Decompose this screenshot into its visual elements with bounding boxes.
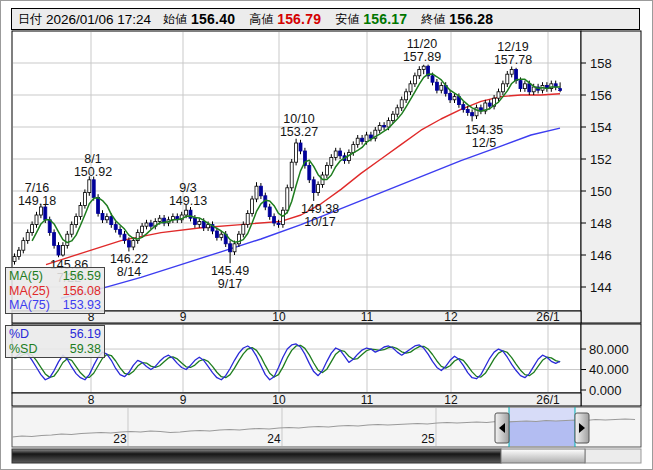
stoch-d-legend-row: %D 56.19 (9, 327, 101, 342)
chart-annotation: 12/5 (472, 136, 496, 150)
chart-annotation: 150.92 (74, 165, 112, 179)
svg-text:156: 156 (590, 88, 612, 103)
chart-annotation: 8/1 (84, 152, 101, 166)
stoch-d-label: %D (9, 327, 29, 342)
chart-annotation: 10/10 (283, 112, 314, 126)
ma5-legend-row: MA(5) 156.59 (9, 269, 101, 284)
svg-text:26/1: 26/1 (536, 393, 560, 407)
svg-text:10: 10 (272, 393, 286, 407)
svg-text:26/1: 26/1 (536, 310, 560, 324)
stochastic-month-axis-strip (12, 393, 581, 406)
chart-annotation: 154.35 (465, 123, 503, 137)
chart-annotation: 153.27 (280, 125, 318, 139)
ma75-value: 153.93 (63, 298, 101, 313)
svg-text:8: 8 (88, 393, 95, 407)
navigator-year-label: 24 (267, 432, 281, 446)
scrollbar-thumb[interactable] (501, 449, 585, 463)
svg-text:9: 9 (180, 393, 187, 407)
svg-text:9: 9 (180, 310, 187, 324)
chart-annotation: 10/17 (304, 215, 335, 229)
ma25-value: 156.08 (63, 284, 101, 299)
chart-annotation: 12/19 (497, 40, 528, 54)
svg-text:11: 11 (361, 393, 374, 407)
navigator-year-label: 25 (421, 432, 435, 446)
svg-text:12: 12 (444, 393, 458, 407)
svg-text:150: 150 (590, 184, 612, 199)
svg-text:0.000: 0.000 (589, 383, 622, 398)
svg-text:10: 10 (272, 310, 286, 324)
stoch-d-value: 56.19 (70, 327, 101, 342)
chart-annotation: 8/14 (117, 265, 141, 279)
ma5-value: 156.59 (63, 269, 101, 284)
svg-text:80.000: 80.000 (589, 342, 629, 357)
svg-text:11: 11 (361, 310, 374, 324)
chart-annotation: 149.13 (169, 194, 207, 208)
navigator-scroll-right-button[interactable] (575, 413, 589, 443)
svg-text:146: 146 (590, 248, 612, 263)
svg-text:154: 154 (590, 120, 612, 135)
chart-annotation: 9/17 (218, 277, 242, 291)
svg-text:144: 144 (590, 280, 612, 295)
stoch-sd-legend-row: %SD 59.38 (9, 342, 101, 357)
svg-text:158: 158 (590, 56, 612, 71)
svg-text:40.000: 40.000 (589, 362, 629, 377)
navigator-year-label: 23 (113, 432, 127, 446)
svg-text:152: 152 (590, 152, 612, 167)
chart-canvas: 1581561541521501481461448899101011111212… (1, 1, 653, 470)
ma25-label: MA(25) (9, 284, 50, 299)
ma5-label: MA(5) (9, 269, 43, 284)
navigator-scroll-left-button[interactable] (495, 413, 509, 443)
stoch-sd-value: 59.38 (70, 342, 101, 357)
chart-annotation: 7/16 (25, 181, 49, 195)
ma75-label: MA(75) (9, 298, 50, 313)
svg-text:148: 148 (590, 216, 612, 231)
stochastic-legend: %D 56.19 %SD 59.38 (5, 325, 105, 358)
chart-annotation: 157.89 (403, 50, 441, 64)
scrollbar-track-right[interactable] (585, 449, 641, 463)
chart-window: 日付 2026/01/06 17:24 始値 156.40 高値 156.79 … (0, 0, 653, 470)
chart-annotation: 149.38 (301, 202, 339, 216)
scrollbar-track[interactable] (12, 449, 501, 463)
chart-annotation: 11/20 (407, 37, 437, 51)
chart-annotation: 146.22 (110, 252, 148, 266)
ma75-legend-row: MA(75) 153.93 (9, 298, 101, 313)
svg-text:12: 12 (444, 310, 458, 324)
chart-annotation: 157.78 (494, 53, 532, 67)
chart-annotation: 149.18 (18, 194, 56, 208)
ma25-legend-row: MA(25) 156.08 (9, 284, 101, 299)
stoch-sd-label: %SD (9, 342, 37, 357)
chart-annotation: 9/3 (179, 181, 196, 195)
chart-annotation: 145.49 (211, 264, 249, 278)
ma-legend: MA(5) 156.59 MA(25) 156.08 MA(75) 153.93 (5, 267, 105, 314)
